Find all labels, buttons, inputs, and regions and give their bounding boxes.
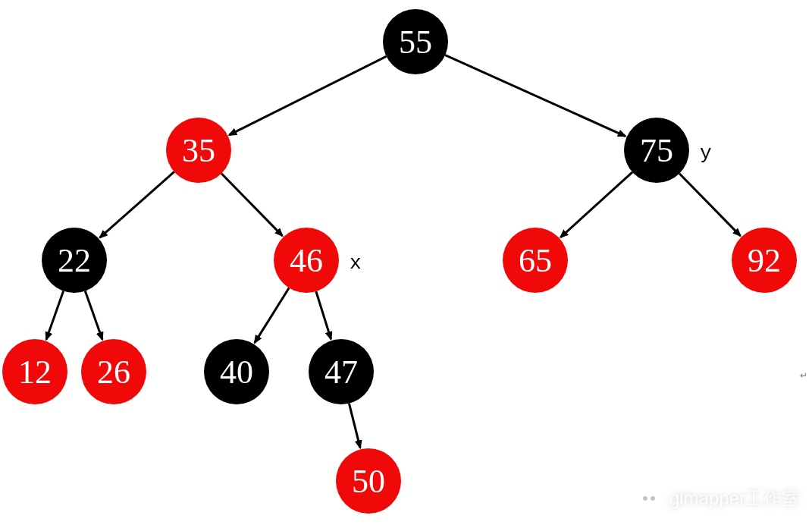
edges-layer — [46, 55, 741, 448]
edge — [85, 291, 102, 340]
node-value: 65 — [519, 242, 552, 279]
tree-node: 92 — [732, 228, 797, 293]
tree-node: 12 — [2, 339, 67, 404]
edge — [445, 55, 625, 137]
node-annotation: y — [700, 142, 712, 165]
edge — [255, 288, 289, 342]
tree-node: 40 — [204, 339, 269, 404]
node-value: 40 — [220, 354, 253, 391]
node-annotation: x — [350, 252, 362, 275]
node-value: 12 — [18, 354, 52, 391]
tree-node: 47 — [309, 339, 374, 404]
node-value: 55 — [399, 24, 432, 61]
edge — [349, 404, 360, 448]
node-value: 46 — [290, 242, 323, 279]
node-value: 47 — [324, 354, 358, 391]
tree-node: 50 — [336, 448, 401, 514]
tree-node: 26 — [81, 339, 146, 404]
node-value: 26 — [97, 354, 130, 391]
node-value: 50 — [352, 463, 385, 500]
tree-node: 75y — [624, 118, 712, 183]
tree-node: 46x — [274, 228, 362, 293]
node-value: 22 — [58, 242, 91, 279]
edge — [316, 291, 331, 339]
tree-node: 55 — [383, 9, 448, 74]
node-value: 75 — [640, 132, 673, 169]
tree-node: 35 — [166, 118, 231, 183]
nodes-layer: 553575y2246x65921226404750 — [2, 9, 797, 514]
edge — [221, 174, 282, 236]
edge — [679, 174, 740, 236]
tree-node: 22 — [42, 228, 107, 293]
edge — [46, 291, 64, 340]
node-value: 35 — [182, 132, 215, 169]
tree-node: 65 — [503, 228, 568, 293]
node-value: 92 — [748, 242, 781, 279]
tree-diagram: 553575y2246x65921226404750 — [0, 0, 812, 525]
edge — [560, 172, 632, 237]
edge — [100, 171, 174, 237]
return-mark: ↵ — [800, 370, 807, 381]
edge — [229, 56, 386, 135]
